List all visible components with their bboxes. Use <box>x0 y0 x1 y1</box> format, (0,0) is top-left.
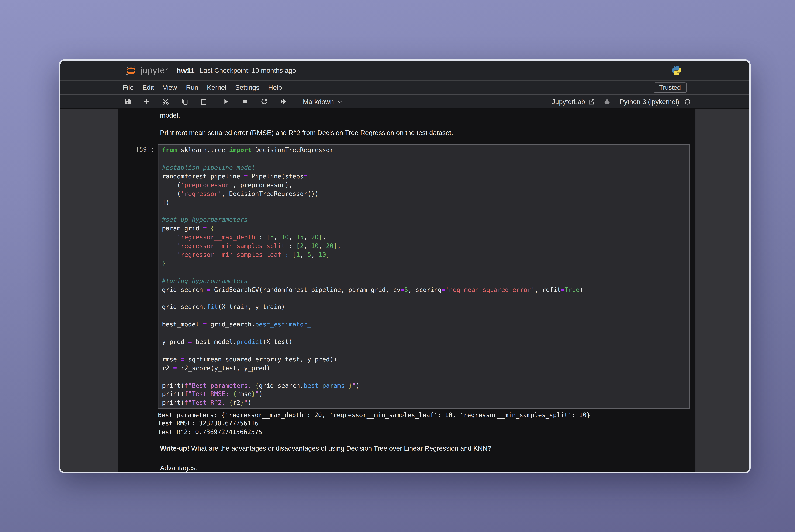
menu-settings[interactable]: Settings <box>231 84 264 92</box>
code-line <box>162 373 686 381</box>
debugger-button[interactable] <box>604 98 610 105</box>
writeup-question: What are the advantages or disadvantages… <box>189 444 491 452</box>
output-line: Test RMSE: 323230.677756116 <box>158 419 696 428</box>
last-checkpoint-label: Last Checkpoint: 10 months ago <box>200 66 296 74</box>
writeup-label: Write-up! <box>160 444 189 452</box>
execution-count-prompt: [59]: <box>118 145 158 153</box>
run-icon <box>222 98 229 105</box>
bug-icon <box>604 98 610 105</box>
jupyter-window: jupyter hw11 Last Checkpoint: 10 months … <box>59 59 751 474</box>
code-line <box>162 311 686 320</box>
chevron-down-icon <box>337 99 343 104</box>
code-line: from sklearn.tree import DecisionTreeReg… <box>162 146 686 155</box>
cell-type-value: Markdown <box>303 98 334 106</box>
code-line <box>162 329 686 338</box>
code-cell: [59]: from sklearn.tree import DecisionT… <box>118 145 696 409</box>
code-line <box>162 294 686 303</box>
notebook-page: model. Print root mean squared error (RM… <box>118 109 696 472</box>
markdown-paragraph: Print root mean squared error (RMSE) and… <box>160 128 696 137</box>
jupyterlab-label: JupyterLab <box>552 98 585 106</box>
code-line: 'regressor__min_samples_leaf': [1, 5, 10… <box>162 251 686 259</box>
code-line: print(f"Test R^2: {r2}") <box>162 399 686 407</box>
code-line: ('preprocessor', preprocessor), <box>162 181 686 190</box>
kernel-status-icon <box>684 98 690 105</box>
stop-icon <box>241 98 249 105</box>
scissors-icon <box>162 98 169 105</box>
output-line: Best parameters: {'regressor__max_depth'… <box>158 411 696 419</box>
jupyter-logo-icon <box>124 64 138 77</box>
markdown-paragraph: Advantages: <box>160 463 696 472</box>
code-line: param_grid = { <box>162 224 686 233</box>
markdown-cell-top[interactable]: model. Print root mean squared error (RM… <box>160 111 696 137</box>
menu-kernel[interactable]: Kernel <box>203 84 231 92</box>
cut-cells-button[interactable] <box>162 98 169 105</box>
code-editor[interactable]: from sklearn.tree import DecisionTreeReg… <box>158 145 690 409</box>
desktop-background: jupyter hw11 Last Checkpoint: 10 months … <box>0 0 795 532</box>
code-line: rmse = sqrt(mean_squared_error(y_test, y… <box>162 355 686 364</box>
title-bar: jupyter hw11 Last Checkpoint: 10 months … <box>60 61 749 81</box>
code-line <box>162 155 686 163</box>
external-link-icon <box>588 98 595 105</box>
menu-edit[interactable]: Edit <box>138 84 159 92</box>
left-margin <box>60 109 118 472</box>
code-line: #tuning hyperparameters <box>162 277 686 285</box>
cell-type-dropdown[interactable]: Markdown <box>303 98 343 106</box>
open-in-jupyterlab-link[interactable]: JupyterLab <box>552 98 595 106</box>
menu-run[interactable]: Run <box>182 84 203 92</box>
insert-cell-button[interactable] <box>143 98 150 105</box>
markdown-paragraph: Write-up! What are the advantages or dis… <box>160 444 696 453</box>
markdown-paragraph: model. <box>160 111 696 120</box>
code-line: ]) <box>162 198 686 207</box>
cell-output: Best parameters: {'regressor__max_depth'… <box>158 411 696 436</box>
output-line: Test R^2: 0.7369727415662575 <box>158 428 696 436</box>
menu-file[interactable]: File <box>123 84 138 92</box>
jupyter-brand-label: jupyter <box>141 65 168 76</box>
menu-view[interactable]: View <box>159 84 182 92</box>
restart-icon <box>261 98 268 105</box>
code-line: best_model = grid_search.best_estimator_ <box>162 320 686 329</box>
menu-help[interactable]: Help <box>264 84 286 92</box>
interrupt-kernel-button[interactable] <box>241 98 249 105</box>
clipboard-icon <box>200 98 207 105</box>
code-line: grid_search.fit(X_train, y_train) <box>162 303 686 311</box>
menu-bar: FileEditViewRunKernelSettingsHelp Truste… <box>60 81 749 95</box>
code-line <box>162 268 686 277</box>
code-line: print(f"Best parameters: {grid_search.be… <box>162 381 686 390</box>
code-line: ('regressor', DecisionTreeRegressor()) <box>162 190 686 198</box>
toolbar-right: JupyterLab <box>552 98 691 106</box>
jupyter-brand[interactable]: jupyter <box>124 64 168 77</box>
copy-icon <box>181 98 188 105</box>
paste-cells-button[interactable] <box>200 98 207 105</box>
notebook-content: model. Print root mean squared error (RM… <box>60 109 749 472</box>
trusted-button[interactable]: Trusted <box>653 82 686 93</box>
code-line: y_pred = best_model.predict(X_test) <box>162 338 686 346</box>
code-line: grid_search = GridSearchCV(randomforest_… <box>162 285 686 294</box>
save-icon <box>124 98 131 105</box>
code-line: 'regressor__min_samples_split': [2, 10, … <box>162 242 686 251</box>
notebook-toolbar: Markdown JupyterLab <box>60 95 749 109</box>
fast-forward-icon <box>280 98 287 105</box>
plus-icon <box>143 98 150 105</box>
kernel-name-label[interactable]: Python 3 (ipykernel) <box>620 98 679 106</box>
right-margin <box>696 109 749 472</box>
save-button[interactable] <box>124 98 131 105</box>
code-line: #establish pipeline model <box>162 163 686 172</box>
code-line: randomforest_pipeline = Pipeline(steps=[ <box>162 172 686 181</box>
code-line: r2 = r2_score(y_test, y_pred) <box>162 364 686 373</box>
copy-cells-button[interactable] <box>181 98 188 105</box>
markdown-cell-bottom[interactable]: Write-up! What are the advantages or dis… <box>160 444 696 472</box>
code-line <box>162 346 686 355</box>
notebook-title[interactable]: hw11 <box>176 66 195 75</box>
code-line: } <box>162 259 686 268</box>
restart-kernel-button[interactable] <box>261 98 268 105</box>
python-logo-icon <box>671 65 682 76</box>
code-line <box>162 207 686 216</box>
restart-run-all-button[interactable] <box>280 98 287 105</box>
code-line: print(f"Test RMSE: {rmse}") <box>162 390 686 399</box>
code-line: #set up hyperparameters <box>162 216 686 224</box>
run-cell-button[interactable] <box>222 98 229 105</box>
code-line: 'regressor__max_depth': [5, 10, 15, 20], <box>162 233 686 242</box>
menu-items: FileEditViewRunKernelSettingsHelp <box>123 84 286 92</box>
